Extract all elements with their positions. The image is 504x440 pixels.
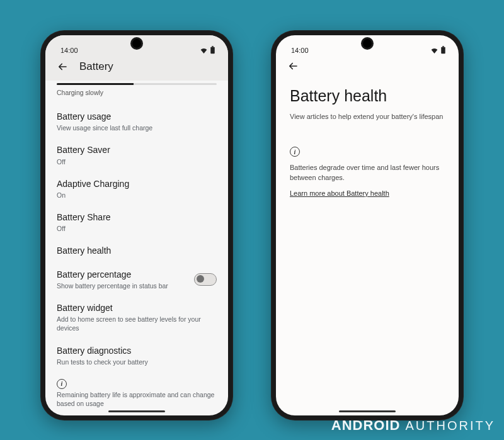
page-title: Battery <box>79 60 113 73</box>
row-title: Battery Saver <box>57 144 217 155</box>
svg-rect-1 <box>212 46 213 47</box>
status-time: 14:00 <box>291 47 309 54</box>
info-icon <box>290 147 300 157</box>
info-icon <box>57 379 67 389</box>
page-subtitle: View articles to help extend your batter… <box>290 113 445 120</box>
battery-icon <box>440 46 446 54</box>
row-subtitle: View usage since last full charge <box>57 123 217 132</box>
battery-icon <box>210 46 215 54</box>
back-button[interactable] <box>287 60 299 72</box>
status-icons <box>430 46 446 54</box>
screen-battery-settings: 14:00 Battery <box>45 35 228 415</box>
row-subtitle: Add to home screen to see battery levels… <box>57 315 217 332</box>
settings-list: Battery usage View usage since last full… <box>45 103 228 413</box>
watermark: ANDROID AUTHORITY <box>331 417 495 434</box>
row-title: Battery usage <box>57 111 217 122</box>
row-title: Battery percentage <box>57 269 194 280</box>
front-camera <box>363 39 372 48</box>
row-battery-usage[interactable]: Battery usage View usage since last full… <box>45 105 228 138</box>
gesture-nav-pill[interactable] <box>339 410 396 412</box>
row-subtitle: Run tests to check your battery <box>57 358 217 366</box>
row-title: Battery widget <box>57 302 217 313</box>
charge-progress <box>45 81 228 85</box>
watermark-brand-b: AUTHORITY <box>405 419 495 433</box>
info-body: Batteries degrade over time and last few… <box>290 163 445 183</box>
back-button[interactable] <box>57 61 68 72</box>
footer-text: Remaining battery life is approximate an… <box>45 390 228 413</box>
row-battery-diagnostics[interactable]: Battery diagnostics Run tests to check y… <box>45 339 228 373</box>
watermark-brand-a: ANDROID <box>331 417 401 434</box>
row-subtitle: Show battery percentage in status bar <box>57 281 194 290</box>
status-time: 14:00 <box>60 47 78 54</box>
learn-more-link[interactable]: Learn more about Battery health <box>290 189 389 197</box>
row-battery-saver[interactable]: Battery Saver Off <box>45 138 228 172</box>
row-subtitle: Off <box>57 157 217 166</box>
row-battery-widget[interactable]: Battery widget Add to home screen to see… <box>45 296 228 339</box>
charging-status: Charging slowly <box>45 85 228 103</box>
footer-info <box>45 373 228 390</box>
page-title: Battery health <box>290 87 445 105</box>
battery-percentage-toggle[interactable] <box>194 273 217 286</box>
app-bar <box>276 54 459 72</box>
row-title: Adaptive Charging <box>57 178 217 189</box>
phone-right: 14:00 Battery health View articles to <box>271 30 464 420</box>
row-title: Battery health <box>57 245 217 256</box>
row-battery-health[interactable]: Battery health <box>45 239 228 262</box>
wifi-icon <box>200 47 208 54</box>
status-icons <box>200 46 215 54</box>
gesture-nav-pill[interactable] <box>108 410 165 412</box>
row-title: Battery diagnostics <box>57 345 217 356</box>
wifi-icon <box>430 47 438 54</box>
front-camera <box>132 39 141 48</box>
row-battery-share[interactable]: Battery Share Off <box>45 206 228 239</box>
screen-battery-health: 14:00 Battery health View articles to <box>276 35 459 415</box>
svg-rect-2 <box>441 47 445 54</box>
phone-left: 14:00 Battery <box>40 30 233 420</box>
svg-rect-0 <box>210 47 215 54</box>
row-subtitle: On <box>57 191 217 200</box>
row-title: Battery Share <box>57 212 217 223</box>
svg-rect-3 <box>442 46 444 47</box>
row-battery-percentage[interactable]: Battery percentage Show battery percenta… <box>45 263 228 296</box>
row-subtitle: Off <box>57 224 217 233</box>
row-adaptive-charging[interactable]: Adaptive Charging On <box>45 172 228 206</box>
app-bar: Battery <box>45 54 228 81</box>
